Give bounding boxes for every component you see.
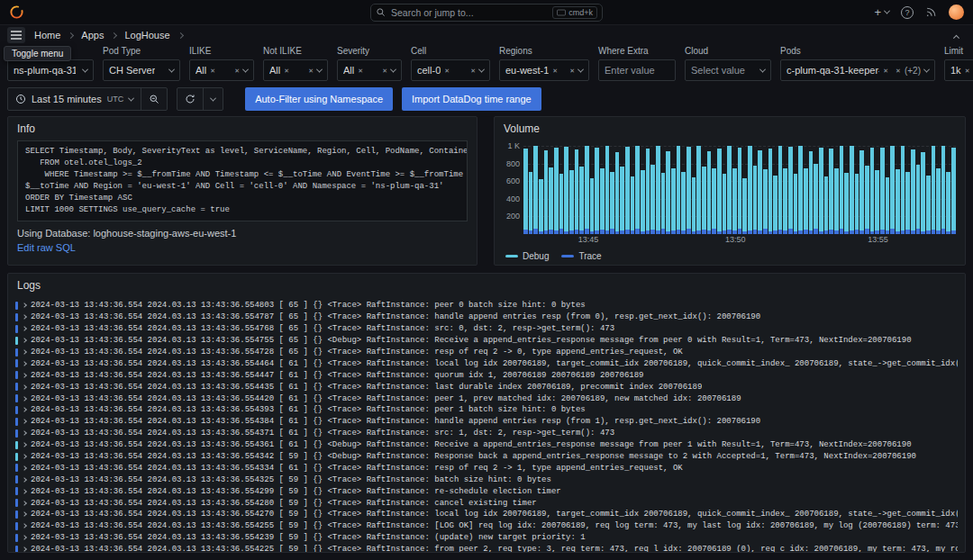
- volume-bar[interactable]: [656, 146, 660, 234]
- log-row[interactable]: 2024-03-13 13:43:36.554 2024.03.13 13:43…: [15, 439, 958, 451]
- expand-chevron-icon[interactable]: [23, 466, 26, 470]
- volume-bar[interactable]: [677, 146, 681, 234]
- volume-bar[interactable]: [951, 148, 956, 234]
- breadcrumb-item-loghouse[interactable]: LogHouse: [124, 30, 169, 41]
- volume-bar[interactable]: [600, 168, 605, 235]
- volume-bar[interactable]: [727, 146, 732, 234]
- volume-bar[interactable]: [650, 165, 655, 234]
- volume-bar[interactable]: [814, 164, 818, 234]
- zoom-out-button[interactable]: [141, 88, 167, 110]
- log-row[interactable]: 2024-03-13 13:43:36.554 2024.03.13 13:43…: [15, 497, 958, 509]
- chip-remove-icon[interactable]: ✕: [358, 68, 363, 74]
- help-icon[interactable]: ?: [901, 6, 914, 19]
- volume-bar[interactable]: [569, 170, 574, 234]
- log-row[interactable]: 2024-03-13 13:43:36.554 2024.03.13 13:43…: [15, 357, 958, 369]
- volume-bar[interactable]: [875, 170, 879, 234]
- volume-bar[interactable]: [921, 152, 925, 234]
- volume-bar[interactable]: [905, 172, 910, 234]
- filter-input[interactable]: [605, 65, 669, 76]
- volume-bar[interactable]: [585, 146, 589, 234]
- filter-control[interactable]: c-plum-qa-31-keeper-0✕✕(+2): [780, 59, 935, 81]
- volume-bar[interactable]: [819, 148, 823, 234]
- volume-bar[interactable]: [625, 147, 630, 234]
- volume-bar[interactable]: [544, 150, 549, 234]
- volume-bar[interactable]: [880, 148, 885, 234]
- chip-remove-icon[interactable]: ✕: [883, 68, 888, 74]
- log-row[interactable]: 2024-03-13 13:43:36.554 2024.03.13 13:43…: [15, 312, 958, 323]
- expand-chevron-icon[interactable]: [23, 512, 26, 516]
- log-row[interactable]: 2024-03-13 13:43:36.554 2024.03.13 13:43…: [15, 544, 958, 552]
- news-rss-icon[interactable]: [925, 6, 937, 18]
- volume-bar[interactable]: [748, 146, 752, 234]
- expand-chevron-icon[interactable]: [23, 397, 26, 401]
- volume-bar[interactable]: [936, 168, 941, 235]
- volume-bar[interactable]: [620, 167, 624, 234]
- volume-bar[interactable]: [788, 147, 793, 234]
- volume-bar[interactable]: [595, 148, 599, 234]
- volume-bar[interactable]: [809, 151, 814, 234]
- chip-remove-icon[interactable]: ✕: [210, 68, 215, 74]
- log-row[interactable]: 2024-03-13 13:43:36.554 2024.03.13 13:43…: [15, 520, 958, 532]
- volume-bar[interactable]: [687, 147, 691, 234]
- search-box[interactable]: Search or jump to... cmd+k: [370, 4, 603, 22]
- log-row[interactable]: 2024-03-13 13:43:36.554 2024.03.13 13:43…: [15, 485, 958, 497]
- volume-bar[interactable]: [865, 166, 869, 234]
- log-row[interactable]: 2024-03-13 13:43:36.554 2024.03.13 13:43…: [15, 532, 958, 544]
- expand-chevron-icon[interactable]: [23, 420, 26, 423]
- log-row[interactable]: 2024-03-13 13:43:36.554 2024.03.13 13:43…: [15, 474, 958, 485]
- chip-remove-icon[interactable]: ✕: [444, 68, 450, 74]
- expand-chevron-icon[interactable]: [23, 536, 26, 539]
- volume-bar[interactable]: [798, 146, 803, 234]
- expand-chevron-icon[interactable]: [23, 524, 26, 528]
- expand-chevron-icon[interactable]: [23, 443, 26, 447]
- volume-bar[interactable]: [575, 149, 579, 234]
- edit-raw-sql-link[interactable]: Edit raw SQL: [17, 242, 76, 253]
- volume-bar[interactable]: [671, 168, 676, 234]
- log-row[interactable]: 2024-03-13 13:43:36.554 2024.03.13 13:43…: [15, 369, 958, 381]
- volume-bar[interactable]: [559, 174, 564, 234]
- volume-bar[interactable]: [763, 169, 768, 234]
- expand-chevron-icon[interactable]: [23, 431, 26, 435]
- volume-bar[interactable]: [870, 148, 875, 234]
- volume-bar[interactable]: [523, 149, 528, 234]
- volume-bar[interactable]: [549, 167, 553, 234]
- volume-bar[interactable]: [941, 146, 946, 234]
- volume-bar[interactable]: [901, 146, 905, 234]
- legend-item-debug[interactable]: Debug: [505, 251, 549, 261]
- logs-panel-title[interactable]: Logs: [8, 274, 965, 297]
- filter-control[interactable]: All✕✕: [337, 59, 402, 81]
- refresh-interval-dropdown[interactable]: [203, 88, 223, 110]
- volume-bar[interactable]: [615, 152, 620, 234]
- volume-bar[interactable]: [610, 172, 614, 234]
- breadcrumb-item-home[interactable]: Home: [34, 30, 60, 41]
- collapse-top-section-button[interactable]: [946, 33, 966, 38]
- filter-control[interactable]: 1k✕: [944, 59, 973, 81]
- volume-bar[interactable]: [850, 146, 854, 234]
- volume-bar[interactable]: [631, 176, 635, 234]
- volume-bar[interactable]: [723, 174, 727, 234]
- log-row[interactable]: 2024-03-13 13:43:36.554 2024.03.13 13:43…: [15, 451, 958, 463]
- volume-bar[interactable]: [824, 176, 829, 234]
- expand-chevron-icon[interactable]: [23, 385, 26, 389]
- volume-bar[interactable]: [794, 174, 798, 234]
- expand-chevron-icon[interactable]: [23, 362, 26, 366]
- filter-control[interactable]: cell-0✕✕: [411, 59, 490, 81]
- time-range-picker[interactable]: Last 15 minutes UTC: [8, 88, 141, 110]
- filter-control[interactable]: Select value: [685, 59, 771, 81]
- volume-bar[interactable]: [646, 149, 650, 234]
- filter-control[interactable]: ns-plum-qa-31: [7, 59, 94, 81]
- volume-bar[interactable]: [890, 146, 895, 234]
- log-row[interactable]: 2024-03-13 13:43:36.554 2024.03.13 13:43…: [15, 462, 958, 474]
- volume-bar[interactable]: [783, 168, 787, 234]
- log-row[interactable]: 2024-03-13 13:43:36.554 2024.03.13 13:43…: [15, 323, 958, 335]
- auto-filter-namespace-button[interactable]: Auto-Filter using Namespace: [245, 87, 393, 111]
- log-row[interactable]: 2024-03-13 13:43:36.554 2024.03.13 13:43…: [15, 428, 958, 439]
- volume-bar[interactable]: [829, 149, 833, 234]
- volume-bar[interactable]: [911, 149, 915, 234]
- expand-chevron-icon[interactable]: [23, 374, 26, 377]
- volume-bar[interactable]: [768, 149, 773, 234]
- volume-bar[interactable]: [844, 173, 849, 234]
- volume-bar[interactable]: [529, 172, 533, 234]
- volume-bar[interactable]: [641, 170, 645, 234]
- volume-bar[interactable]: [926, 176, 931, 234]
